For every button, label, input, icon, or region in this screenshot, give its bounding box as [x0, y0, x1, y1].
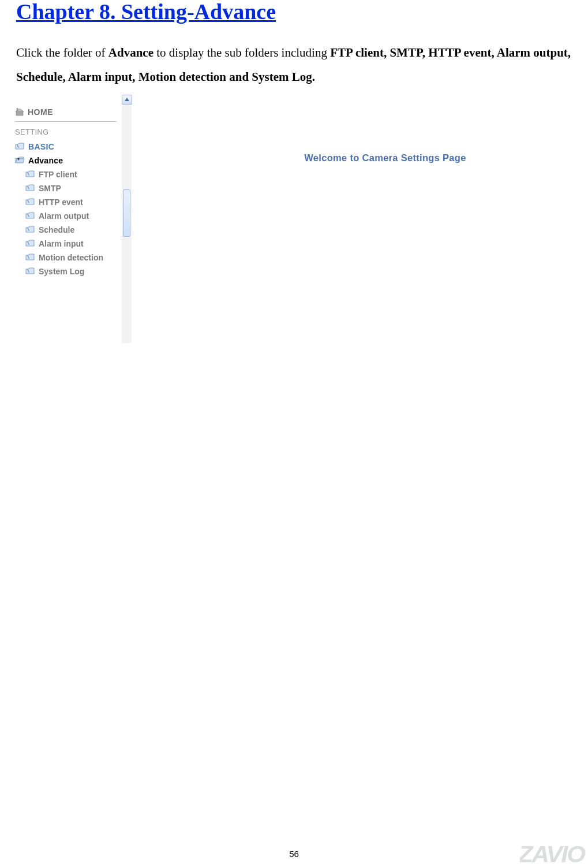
folder-closed-icon	[25, 240, 35, 247]
sidebar-divider	[15, 121, 117, 122]
nav-sub-label: System Log	[39, 267, 84, 276]
nav-home-label: HOME	[28, 107, 53, 117]
nav-sub-smtp[interactable]: SMTP	[10, 181, 121, 195]
chapter-title: Chapter 8. Setting-Advance	[0, 0, 588, 24]
welcome-text: Welcome to Camera Settings Page	[304, 152, 466, 163]
folder-closed-icon	[25, 170, 35, 178]
nav-sub-system-log[interactable]: System Log	[10, 265, 121, 278]
folder-open-icon	[15, 157, 24, 164]
nav-sub-motion-detection[interactable]: Motion detection	[10, 251, 121, 265]
folder-closed-icon	[25, 254, 35, 261]
embedded-screenshot: HOME SETTING BASIC	[10, 95, 569, 343]
nav-advance-label: Advance	[28, 156, 63, 165]
brand-logo: ZAVIO	[520, 844, 588, 865]
folder-closed-icon	[25, 184, 35, 192]
nav-sub-http-event[interactable]: HTTP event	[10, 195, 121, 209]
scroll-track[interactable]	[122, 105, 132, 343]
sidebar: HOME SETTING BASIC	[10, 95, 121, 343]
nav-sub-label: HTTP event	[39, 198, 83, 207]
intro-prefix: Click the folder of	[16, 46, 108, 59]
nav-basic[interactable]: BASIC	[10, 140, 121, 154]
folder-closed-icon	[25, 198, 35, 206]
brand-text: ZAVIO	[520, 844, 588, 865]
intro-bold-advance: Advance	[108, 46, 153, 59]
nav-sub-label: FTP client	[39, 170, 77, 179]
nav-sub-label: Alarm output	[39, 211, 89, 221]
folder-closed-icon	[15, 143, 24, 150]
nav-sub-alarm-input[interactable]: Alarm input	[10, 237, 121, 251]
folder-closed-icon	[25, 212, 35, 219]
intro-mid: to display the sub folders including	[153, 46, 330, 59]
svg-rect-2	[17, 109, 18, 111]
home-icon	[15, 108, 24, 116]
folder-closed-icon	[25, 226, 35, 233]
intro-paragraph: Click the folder of Advance to display t…	[0, 24, 588, 89]
content-pane: Welcome to Camera Settings Page	[132, 95, 569, 222]
nav-sub-schedule[interactable]: Schedule	[10, 223, 121, 237]
nav-advance[interactable]: Advance	[10, 154, 121, 167]
page-number: 56	[0, 849, 588, 859]
nav-sub-label: SMTP	[39, 184, 61, 193]
nav-basic-label: BASIC	[28, 142, 54, 151]
scroll-thumb[interactable]	[123, 189, 130, 237]
setting-header: SETTING	[10, 128, 121, 140]
folder-closed-icon	[25, 267, 35, 275]
sidebar-scrollbar[interactable]	[121, 95, 132, 343]
nav-home[interactable]: HOME	[10, 107, 121, 120]
nav-sub-ftp-client[interactable]: FTP client	[10, 167, 121, 181]
scroll-up-icon[interactable]	[122, 95, 132, 105]
nav-sub-alarm-output[interactable]: Alarm output	[10, 209, 121, 223]
nav-sub-label: Motion detection	[39, 253, 103, 262]
svg-marker-4	[125, 98, 129, 101]
nav-sub-label: Schedule	[39, 225, 74, 234]
nav-sub-label: Alarm input	[39, 239, 84, 248]
sidebar-container: HOME SETTING BASIC	[10, 95, 132, 343]
